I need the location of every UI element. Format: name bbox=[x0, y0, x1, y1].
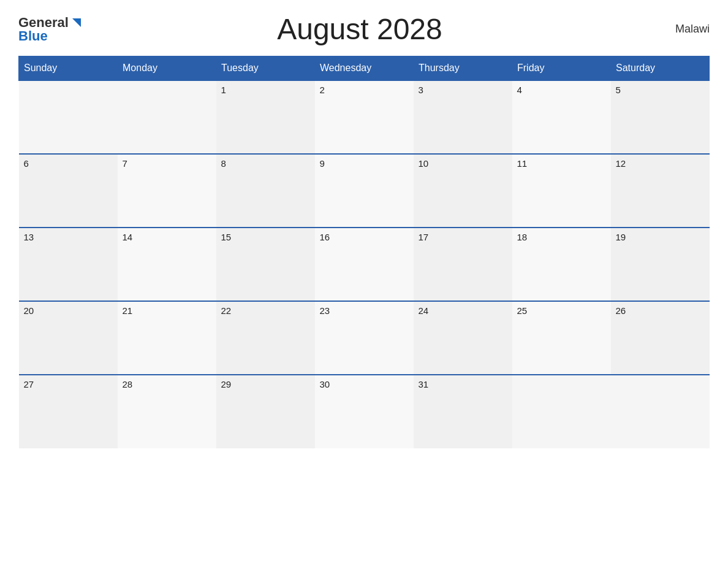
day-number: 21 bbox=[123, 305, 133, 316]
calendar-week-row: 13141516171819 bbox=[19, 228, 710, 301]
calendar-cell: 19 bbox=[611, 228, 710, 301]
day-header-tuesday: Tuesday bbox=[216, 56, 315, 81]
calendar-week-row: 20212223242526 bbox=[19, 301, 710, 375]
day-number: 4 bbox=[517, 85, 522, 95]
country-label: Malawi bbox=[636, 23, 710, 36]
day-number: 19 bbox=[616, 232, 626, 242]
calendar-cell: 15 bbox=[216, 228, 315, 301]
logo-triangle-icon bbox=[70, 16, 83, 29]
calendar-cell: 7 bbox=[118, 154, 216, 228]
svg-marker-0 bbox=[72, 18, 81, 27]
calendar-cell: 25 bbox=[512, 301, 611, 375]
day-number: 24 bbox=[419, 305, 429, 316]
calendar-cell: 5 bbox=[611, 80, 710, 154]
calendar-cell: 9 bbox=[315, 154, 414, 228]
day-number: 29 bbox=[221, 379, 232, 389]
calendar-cell: 3 bbox=[414, 80, 512, 154]
day-number: 25 bbox=[517, 305, 528, 316]
logo-general-text: General bbox=[18, 16, 69, 29]
day-number: 18 bbox=[517, 232, 528, 242]
calendar-cell bbox=[512, 375, 611, 448]
calendar-cell: 23 bbox=[315, 301, 414, 375]
day-number: 14 bbox=[123, 232, 133, 242]
calendar-cell: 31 bbox=[414, 375, 512, 448]
day-number: 9 bbox=[320, 158, 325, 169]
calendar-cell: 13 bbox=[19, 228, 118, 301]
logo: General Blue bbox=[18, 16, 83, 43]
day-number: 30 bbox=[320, 379, 330, 389]
day-header-saturday: Saturday bbox=[611, 56, 710, 81]
calendar-cell: 26 bbox=[611, 301, 710, 375]
day-header-sunday: Sunday bbox=[19, 56, 118, 81]
calendar-cell: 14 bbox=[118, 228, 216, 301]
day-number: 3 bbox=[419, 85, 423, 95]
calendar-cell bbox=[19, 80, 118, 154]
calendar-cell: 8 bbox=[216, 154, 315, 228]
calendar-week-row: 2728293031 bbox=[19, 375, 710, 448]
calendar-cell: 1 bbox=[216, 80, 315, 154]
calendar-cell: 27 bbox=[19, 375, 118, 448]
day-number: 22 bbox=[221, 305, 232, 316]
calendar-cell: 6 bbox=[19, 154, 118, 228]
calendar-title: August 2028 bbox=[83, 12, 636, 46]
calendar-cell: 17 bbox=[414, 228, 512, 301]
day-number: 26 bbox=[616, 305, 626, 316]
calendar-table: SundayMondayTuesdayWednesdayThursdayFrid… bbox=[18, 56, 710, 448]
day-number: 31 bbox=[419, 379, 429, 389]
day-number: 5 bbox=[616, 85, 621, 95]
calendar-header-row: SundayMondayTuesdayWednesdayThursdayFrid… bbox=[19, 56, 710, 81]
calendar-cell bbox=[118, 80, 216, 154]
day-number: 28 bbox=[123, 379, 133, 389]
calendar-cell: 10 bbox=[414, 154, 512, 228]
calendar-cell: 16 bbox=[315, 228, 414, 301]
day-number: 6 bbox=[24, 158, 29, 169]
calendar-cell: 4 bbox=[512, 80, 611, 154]
day-number: 7 bbox=[123, 158, 127, 169]
day-number: 8 bbox=[221, 158, 226, 169]
calendar-cell: 18 bbox=[512, 228, 611, 301]
day-number: 1 bbox=[221, 85, 226, 95]
calendar-cell: 2 bbox=[315, 80, 414, 154]
day-header-monday: Monday bbox=[118, 56, 216, 81]
calendar-cell: 29 bbox=[216, 375, 315, 448]
calendar-cell: 12 bbox=[611, 154, 710, 228]
calendar-cell: 11 bbox=[512, 154, 611, 228]
calendar-cell: 22 bbox=[216, 301, 315, 375]
day-number: 11 bbox=[517, 158, 528, 169]
day-header-thursday: Thursday bbox=[414, 56, 512, 81]
day-number: 17 bbox=[419, 232, 429, 242]
day-number: 10 bbox=[419, 158, 429, 169]
calendar-cell: 28 bbox=[118, 375, 216, 448]
calendar-week-row: 12345 bbox=[19, 80, 710, 154]
day-header-wednesday: Wednesday bbox=[315, 56, 414, 81]
logo-blue-text: Blue bbox=[18, 28, 48, 44]
calendar-week-row: 6789101112 bbox=[19, 154, 710, 228]
calendar-cell: 20 bbox=[19, 301, 118, 375]
calendar-cell: 21 bbox=[118, 301, 216, 375]
day-number: 20 bbox=[24, 305, 34, 316]
day-number: 23 bbox=[320, 305, 330, 316]
day-number: 12 bbox=[616, 158, 626, 169]
page-header: General Blue August 2028 Malawi bbox=[18, 12, 710, 46]
day-number: 16 bbox=[320, 232, 330, 242]
calendar-cell: 24 bbox=[414, 301, 512, 375]
day-number: 27 bbox=[24, 379, 34, 389]
calendar-cell bbox=[611, 375, 710, 448]
day-number: 15 bbox=[221, 232, 232, 242]
day-number: 2 bbox=[320, 85, 325, 95]
calendar-cell: 30 bbox=[315, 375, 414, 448]
day-number: 13 bbox=[24, 232, 34, 242]
day-header-friday: Friday bbox=[512, 56, 611, 81]
